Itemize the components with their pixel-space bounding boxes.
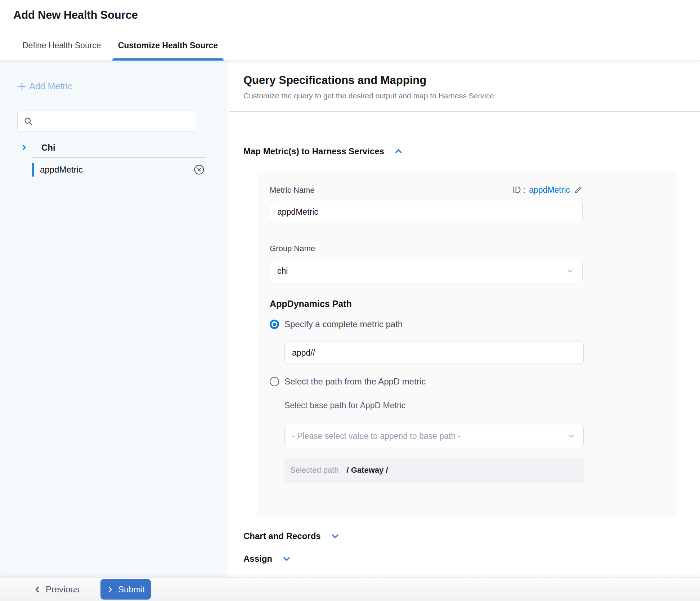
- base-path-label: Select base path for AppD Metric: [284, 401, 677, 410]
- base-path-select[interactable]: - Please select value to append to base …: [284, 425, 584, 447]
- add-health-source-dialog: Add New Health Source Define Health Sour…: [0, 0, 700, 601]
- radio-button-unselected: [270, 377, 279, 386]
- dialog-body: Add Metric Chi appdMetric: [0, 61, 700, 577]
- chevron-down-icon: [566, 267, 574, 275]
- tab-define-health-source[interactable]: Define Health Source: [22, 30, 101, 61]
- map-metrics-section-toggle[interactable]: Map Metric(s) to Harness Services: [243, 146, 403, 156]
- group-name-select[interactable]: chi: [270, 260, 583, 282]
- radio-label: Specify a complete metric path: [284, 319, 403, 329]
- metric-id: ID : appdMetric: [512, 185, 583, 195]
- selected-path-label: Selected path: [290, 466, 339, 475]
- search-icon: [23, 116, 33, 126]
- group-divider: [32, 157, 206, 157]
- query-spec-panel: Query Specifications and Mapping Customi…: [228, 61, 700, 577]
- radio-label: Select the path from the AppD metric: [284, 377, 426, 387]
- base-path-placeholder: - Please select value to append to base …: [292, 431, 461, 441]
- x-circle-icon: [193, 164, 205, 175]
- previous-label: Previous: [46, 584, 79, 595]
- dialog-footer: Previous Submit: [0, 577, 700, 601]
- metric-search-input[interactable]: [37, 116, 190, 126]
- radio-complete-path[interactable]: Specify a complete metric path: [270, 319, 677, 329]
- metric-search-box: [17, 111, 196, 132]
- radio-button-selected: [270, 320, 279, 329]
- chevron-down-icon: [282, 555, 291, 563]
- appdynamics-path-heading: AppDynamics Path: [270, 299, 677, 309]
- metric-item-label: appdMetric: [40, 165, 83, 175]
- active-tab-underline: [112, 58, 224, 61]
- chevron-right-icon: [107, 586, 114, 593]
- metric-name-label: Metric Name: [270, 186, 315, 195]
- chevron-left-icon: [33, 586, 41, 593]
- remove-metric-button[interactable]: [193, 164, 205, 176]
- selected-path-value: / Gateway /: [347, 466, 388, 475]
- submit-label: Submit: [118, 584, 145, 595]
- id-label: ID :: [512, 185, 525, 195]
- metric-group-name: Chi: [41, 143, 55, 153]
- tab-label: Define Health Source: [22, 41, 101, 50]
- section-heading: Map Metric(s) to Harness Services: [243, 146, 384, 156]
- chevron-up-icon: [394, 147, 403, 156]
- dialog-header: Add New Health Source: [0, 0, 700, 30]
- content-divider: [229, 111, 700, 112]
- selected-metric-bar: [32, 163, 34, 177]
- plus-icon: [17, 82, 27, 91]
- selected-path-strip: Selected path / Gateway /: [284, 458, 584, 482]
- page-title: Add New Health Source: [13, 9, 138, 22]
- complete-path-input[interactable]: [284, 342, 584, 364]
- previous-button[interactable]: Previous: [33, 584, 79, 595]
- panel-subtitle: Customize the query to get the desired o…: [243, 92, 700, 100]
- pencil-icon[interactable]: [574, 186, 583, 195]
- chevron-right-icon: [20, 144, 28, 151]
- panel-title: Query Specifications and Mapping: [243, 74, 700, 87]
- mapping-card: Metric Name ID : appdMetric Group Name c…: [257, 172, 677, 517]
- tab-bar: Define Health Source Customize Health So…: [0, 30, 700, 61]
- group-name-label: Group Name: [270, 244, 677, 253]
- tab-customize-health-source[interactable]: Customize Health Source: [118, 30, 218, 61]
- metric-list-item[interactable]: appdMetric: [0, 160, 228, 179]
- add-metric-label: Add Metric: [29, 81, 72, 92]
- section-assign[interactable]: Assign: [243, 554, 291, 564]
- section-heading: Chart and Records: [243, 531, 321, 541]
- chevron-down-icon: [567, 432, 575, 440]
- chevron-down-icon: [331, 532, 340, 540]
- tab-label: Customize Health Source: [118, 41, 218, 50]
- group-name-value: chi: [277, 266, 288, 276]
- metric-group-row[interactable]: Chi: [0, 143, 228, 153]
- id-value-link[interactable]: appdMetric: [529, 185, 570, 195]
- section-chart-and-records[interactable]: Chart and Records: [243, 531, 340, 541]
- submit-button[interactable]: Submit: [100, 579, 151, 600]
- section-heading: Assign: [243, 554, 272, 564]
- metrics-sidebar: Add Metric Chi appdMetric: [0, 61, 228, 577]
- radio-select-path[interactable]: Select the path from the AppD metric: [270, 377, 677, 387]
- add-metric-button[interactable]: Add Metric: [17, 81, 72, 92]
- metric-name-row: Metric Name ID : appdMetric: [270, 185, 583, 195]
- metric-name-input[interactable]: [270, 201, 583, 223]
